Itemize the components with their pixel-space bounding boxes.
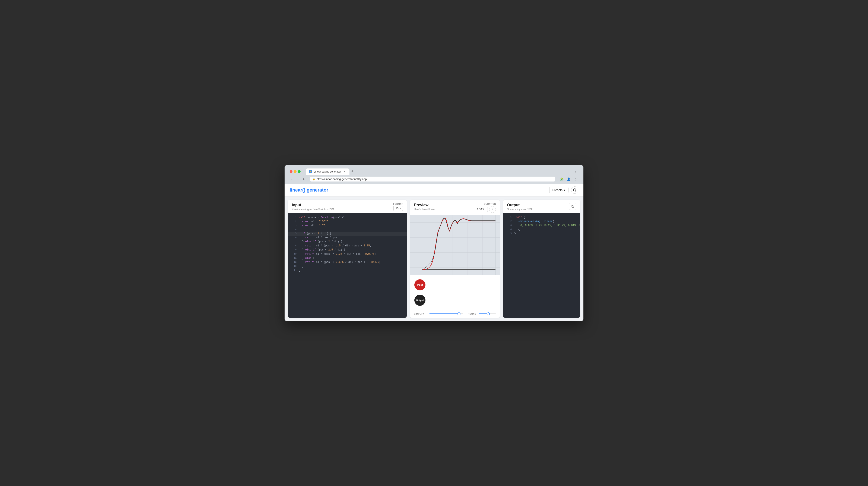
duration-controls-row: ⏸ xyxy=(473,206,496,213)
format-select[interactable]: JS ▾ xyxy=(394,206,403,211)
code-line-6: 6 return n1 * pos * pos; xyxy=(288,236,407,240)
input-ball-row: Input xyxy=(414,279,495,291)
minimize-window-button[interactable] xyxy=(294,170,297,173)
browser-toolbar-right: 🧩 👤 ⋮ xyxy=(559,176,578,182)
browser-titlebar: ⚡ Linear easing generator ✕ + ⋮ ← → ↻ 🔒 … xyxy=(285,165,583,184)
tab-title: Linear easing generator xyxy=(314,170,341,173)
output-code: 1 :root { 2 --bounce-easing: linear( 3 0… xyxy=(503,213,580,318)
format-label: FORMAT xyxy=(393,203,403,205)
app-main: Input Provide easing as JavaScript or SV… xyxy=(285,196,583,321)
github-icon xyxy=(573,188,577,192)
code-line-7: 7 } else if (pos < 2 / d1) { xyxy=(288,240,407,244)
preview-title-group: Preview Here's how it looks: xyxy=(414,203,436,211)
duration-control: DURATION ⏸ xyxy=(473,203,496,213)
round-slider-track xyxy=(479,313,496,314)
output-line-1: 1 :root { xyxy=(503,215,580,219)
output-line-5: 5 } xyxy=(503,232,580,236)
forward-button[interactable]: → xyxy=(296,177,301,182)
code-line-11: 11 } else { xyxy=(288,256,407,260)
output-ball-row: Output xyxy=(414,295,495,306)
pause-icon: ⏸ xyxy=(491,208,494,211)
app-logo: linear() generator xyxy=(290,187,328,193)
presets-button[interactable]: Presets ▾ xyxy=(549,187,568,193)
github-button[interactable] xyxy=(571,186,578,194)
output-line-4: 4 ); xyxy=(503,227,580,232)
preview-panel: Preview Here's how it looks: DURATION ⏸ xyxy=(410,200,500,318)
code-line-2: 2 const n1 = 7.5625; xyxy=(288,220,407,224)
presets-label: Presets xyxy=(553,188,562,192)
input-panel-subtitle: Provide easing as JavaScript or SVG xyxy=(292,208,334,211)
simplify-slider-track xyxy=(429,313,463,314)
maximize-window-button[interactable] xyxy=(298,170,301,173)
input-panel-title: Input xyxy=(292,203,334,207)
browser-window: ⚡ Linear easing generator ✕ + ⋮ ← → ↻ 🔒 … xyxy=(285,165,583,321)
code-line-1: 1 self.bounce = function(pos) { xyxy=(288,216,407,220)
play-pause-button[interactable]: ⏸ xyxy=(489,206,496,213)
back-button[interactable]: ← xyxy=(290,177,295,182)
output-line-3: 3 0, 0.063, 0.25 18.2%, 1 36.4%, 0.813, … xyxy=(503,223,580,227)
url-text: https://linear-easing-generator.netlify.… xyxy=(317,177,553,181)
output-panel-title: Output xyxy=(507,203,532,207)
active-tab[interactable]: ⚡ Linear easing generator ✕ xyxy=(306,169,349,175)
preview-panel-title: Preview xyxy=(414,203,436,207)
input-ball-label: Input xyxy=(417,283,423,286)
simplify-row: SIMPLIFY ROUND xyxy=(414,313,496,315)
duration-input[interactable] xyxy=(473,207,488,212)
input-ball[interactable]: Input xyxy=(414,279,426,291)
code-line-9: 9 } else if (pos < 2.5 / d1) { xyxy=(288,248,407,252)
reload-button[interactable]: ↻ xyxy=(302,177,307,182)
tab-close-button[interactable]: ✕ xyxy=(343,170,346,173)
preview-panel-header: Preview Here's how it looks: DURATION ⏸ xyxy=(410,200,500,215)
output-line-2: 2 --bounce-easing: linear( xyxy=(503,219,580,223)
code-line-3: 3 const d1 = 2.75; xyxy=(288,224,407,228)
code-line-5: 5 if (pos < 1 / d1) { xyxy=(288,232,407,236)
input-panel: Input Provide easing as JavaScript or SV… xyxy=(288,200,407,318)
close-window-button[interactable] xyxy=(290,170,292,173)
chevron-down-icon: ▾ xyxy=(564,188,565,192)
code-line-4: 4 xyxy=(288,228,407,232)
output-panel-subtitle: Some shiny new CSS! xyxy=(507,208,532,211)
browser-tabs-row: ⚡ Linear easing generator ✕ + ⋮ xyxy=(287,167,581,175)
more-button[interactable]: ⋮ xyxy=(572,176,578,182)
output-panel-header: Output Some shiny new CSS! ⧉ xyxy=(503,200,580,213)
input-panel-header: Input Provide easing as JavaScript or SV… xyxy=(288,200,407,213)
format-chevron-icon: ▾ xyxy=(399,207,401,210)
app-content: linear() generator Presets ▾ xyxy=(285,184,583,321)
output-ball-label: Output xyxy=(416,299,424,302)
simplify-slider-fill xyxy=(429,313,459,314)
sliders-area: SIMPLIFY ROUND xyxy=(410,310,500,318)
browser-menu-button[interactable]: ⋮ xyxy=(572,169,578,175)
round-slider-thumb[interactable] xyxy=(487,312,490,315)
code-line-10: 10 return n1 * (pos -= 2.25 / d1) * pos … xyxy=(288,252,407,256)
tab-favicon: ⚡ xyxy=(309,170,312,173)
code-line-14: 14 } xyxy=(288,268,407,272)
copy-button[interactable]: ⧉ xyxy=(569,203,576,210)
copy-icon: ⧉ xyxy=(571,205,574,208)
preview-animation-area: Input Output xyxy=(410,275,500,310)
nav-buttons: ← → ↻ xyxy=(290,177,307,182)
code-line-13: 13 } xyxy=(288,264,407,268)
preview-panel-subtitle: Here's how it looks: xyxy=(414,208,436,211)
easing-chart xyxy=(410,215,500,275)
extensions-button[interactable]: 🧩 xyxy=(559,176,565,182)
format-control: FORMAT JS ▾ xyxy=(393,203,403,211)
code-line-8: 8 return n1 * (pos -= 1.5 / d1) * pos + … xyxy=(288,244,407,248)
profile-button[interactable]: 👤 xyxy=(565,176,571,182)
input-panel-title-group: Input Provide easing as JavaScript or SV… xyxy=(292,203,334,211)
header-right: Presets ▾ xyxy=(549,186,578,194)
lock-icon: 🔒 xyxy=(312,178,315,180)
output-panel: Output Some shiny new CSS! ⧉ 1 :root { 2… xyxy=(503,200,580,318)
new-tab-button[interactable]: + xyxy=(349,169,355,175)
code-editor[interactable]: 1 self.bounce = function(pos) { 2 const … xyxy=(288,213,407,318)
address-bar-row: ← → ↻ 🔒 https://linear-easing-generator.… xyxy=(287,175,581,184)
simplify-label: SIMPLIFY xyxy=(414,313,427,315)
simplify-slider-thumb[interactable] xyxy=(458,312,461,315)
chart-area xyxy=(410,215,500,275)
traffic-lights xyxy=(290,170,301,173)
ball-container: Input Output xyxy=(414,279,495,306)
output-ball[interactable]: Output xyxy=(414,295,426,306)
round-label: ROUND xyxy=(466,313,476,315)
address-bar[interactable]: 🔒 https://linear-easing-generator.netlif… xyxy=(310,177,555,182)
format-value: JS xyxy=(395,207,399,210)
code-line-12: 12 return n1 * (pos -= 2.625 / d1) * pos… xyxy=(288,260,407,264)
